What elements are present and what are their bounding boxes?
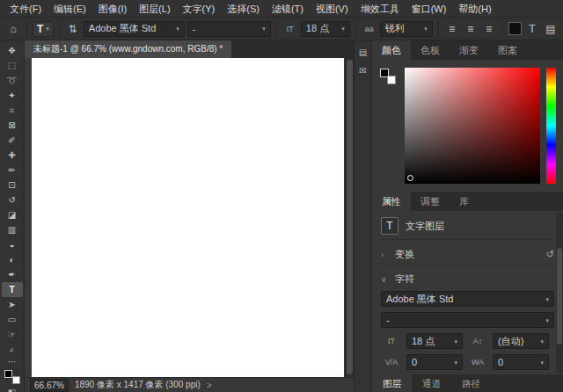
menu-layer[interactable]: 图层(L) (133, 0, 176, 18)
transform-section-header[interactable]: › 变换 ↺ (381, 245, 554, 265)
lasso-tool[interactable]: ➰ (2, 73, 23, 88)
color-panel-tabs: 颜色色板渐变图案 (372, 40, 563, 60)
saturation-brightness-field[interactable] (405, 68, 540, 184)
char-leading-select[interactable]: (自动) ▾ (493, 333, 549, 349)
home-icon[interactable]: ⌂ (5, 23, 21, 35)
zoom-tool[interactable]: ⌕ (2, 342, 23, 357)
font-style-select[interactable]: - ▾ (187, 21, 271, 37)
tab-color[interactable]: 颜色 (372, 40, 411, 60)
blur-tool[interactable]: ◒ (2, 237, 23, 252)
toggle-panels-icon[interactable]: ▤ (543, 23, 559, 35)
healing-brush-tool[interactable]: ✚ (2, 148, 23, 163)
menu-edit[interactable]: 编辑(E) (48, 0, 92, 18)
layers-panel-tabs: 图层通道路径 (372, 374, 563, 392)
tab-gradients[interactable]: 渐变 (450, 40, 488, 60)
path-selection-tool[interactable]: ➤ (2, 297, 23, 312)
tab-properties[interactable]: 属性 (372, 192, 411, 211)
menu-filter[interactable]: 滤镜(T) (266, 0, 310, 18)
status-bar: 66.67% 1890 像素 x 1417 像素 (300 ppi) > (25, 377, 354, 392)
tab-swatches[interactable]: 色板 (411, 40, 450, 60)
tab-channels[interactable]: 通道 (412, 374, 451, 392)
comments-panel-icon[interactable]: ✉ (359, 66, 366, 76)
frame-tool[interactable]: ⊠ (2, 118, 23, 133)
align-left-icon[interactable]: ≡ (444, 23, 460, 35)
eyedropper-tool[interactable]: ✐ (2, 133, 23, 148)
history-panel-icon[interactable]: ▤ (359, 47, 367, 57)
tab-layers[interactable]: 图层 (372, 374, 412, 392)
pen-tool[interactable]: ✒ (2, 267, 23, 282)
background-color-swatch[interactable] (12, 376, 20, 384)
marquee-tool[interactable]: ⬚ (2, 58, 23, 73)
tool-icon: ✐ (8, 135, 15, 145)
char-font-size-select[interactable]: 18 点 ▾ (406, 333, 463, 349)
tab-libraries[interactable]: 库 (450, 192, 479, 211)
font-size-select[interactable]: 18 点 ▾ (301, 21, 350, 37)
tab-patterns[interactable]: 图案 (488, 40, 527, 60)
character-section-header[interactable]: ∨ 字符 (381, 270, 554, 286)
font-family-select[interactable]: Adobe 黑体 Std ▾ (84, 21, 185, 37)
align-center-icon[interactable]: ≡ (463, 23, 479, 35)
vertical-scrollbar[interactable] (345, 58, 354, 377)
panel-scrollbar-thumb[interactable] (557, 248, 562, 345)
hue-slider[interactable] (546, 68, 556, 184)
move-tool[interactable]: ✥ (2, 43, 23, 58)
history-brush-tool[interactable]: ↺ (2, 192, 23, 207)
warp-text-icon[interactable]: T (524, 23, 540, 35)
char-kerning-select[interactable]: 0 ▾ (406, 354, 463, 370)
char-font-family-select[interactable]: Adobe 黑体 Std ▾ (381, 291, 554, 307)
color-picker-marker[interactable] (407, 175, 413, 181)
gradient-tool[interactable]: ▥ (2, 222, 23, 237)
panel-scrollbar[interactable] (556, 213, 563, 373)
tab-paths[interactable]: 路径 (451, 374, 491, 392)
object-selection-tool[interactable]: ✦ (2, 88, 23, 103)
anti-alias-value: 锐利 (385, 22, 420, 35)
menu-view[interactable]: 视图(V) (310, 0, 355, 18)
dodge-tool[interactable]: ◐ (2, 252, 23, 267)
canvas-viewport[interactable] (25, 58, 354, 377)
menu-image[interactable]: 图像(I) (92, 0, 133, 18)
hand-tool[interactable]: ☞ (2, 327, 23, 342)
edit-toolbar-icon[interactable]: ⋯ (8, 357, 17, 367)
char-tracking-select[interactable]: 0 ▾ (493, 354, 549, 370)
type-tool[interactable]: T (2, 282, 23, 297)
tool-icon: ⬚ (8, 61, 16, 70)
tool-icon: ▭ (8, 315, 16, 324)
shape-tool[interactable]: ▭ (2, 312, 23, 327)
foreground-background-swatches[interactable] (4, 370, 20, 384)
tool-preset-picker[interactable]: T ▾ (33, 21, 54, 37)
quick-mask-icon[interactable]: ◧ (8, 388, 16, 392)
text-color-swatch[interactable] (508, 22, 522, 35)
menu-select[interactable]: 选择(S) (221, 0, 266, 18)
fg-bg-mini-swatches[interactable] (379, 68, 398, 184)
anti-alias-icon: aa (362, 25, 377, 33)
char-font-style-select[interactable]: - ▾ (381, 312, 554, 328)
text-orientation-icon[interactable]: ⇅ (65, 23, 81, 35)
crop-tool[interactable]: ⌗ (2, 103, 23, 118)
tool-icon: ◒ (9, 240, 14, 250)
menu-plugins[interactable]: 增效工具 (355, 0, 406, 18)
eraser-tool[interactable]: ◪ (2, 207, 23, 222)
status-options-chevron[interactable]: > (207, 381, 212, 390)
align-right-icon[interactable]: ≡ (481, 23, 497, 35)
foreground-color-swatch[interactable] (4, 370, 12, 378)
text-layer-icon: T (381, 217, 398, 235)
vertical-scrollbar-thumb[interactable] (347, 60, 353, 374)
zoom-level-field[interactable]: 66.67% (30, 379, 69, 392)
tool-icon: ✦ (8, 91, 15, 100)
menu-window[interactable]: 窗口(W) (406, 0, 453, 18)
anti-alias-select[interactable]: 锐利 ▾ (380, 21, 433, 37)
document-tab[interactable]: 未标题-1 @ 66.7% (www.gndown.com, RGB/8) * (25, 40, 231, 58)
foreground-color-swatch[interactable] (380, 69, 389, 77)
brush-tool[interactable]: ✏ (2, 163, 23, 178)
char-font-size-value: 18 点 (412, 335, 450, 348)
tab-adjustments[interactable]: 调整 (411, 192, 450, 211)
canvas-page[interactable] (32, 58, 344, 377)
menu-help[interactable]: 帮助(H) (452, 0, 497, 18)
menu-file[interactable]: 文件(F) (4, 0, 48, 18)
menu-type[interactable]: 文字(Y) (177, 0, 222, 18)
options-bar: ⌂ T ▾ ⇅ Adobe 黑体 Std ▾ - ▾ tT 18 点 ▾ aa … (0, 18, 563, 40)
clone-stamp-tool[interactable]: ⊡ (2, 178, 23, 192)
reset-transform-icon[interactable]: ↺ (546, 249, 554, 260)
separator (26, 21, 27, 37)
font-style-value: - (193, 24, 259, 34)
